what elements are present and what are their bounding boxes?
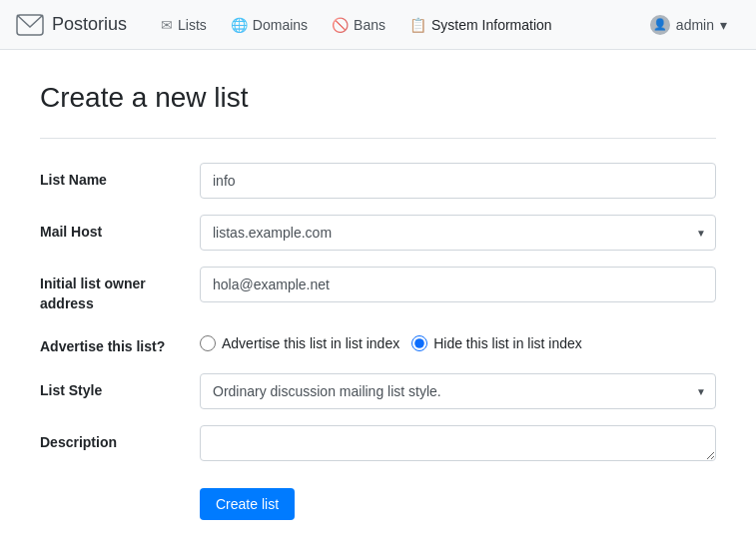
admin-avatar: 👤 (650, 15, 670, 35)
navbar-right: 👤 admin ▾ (637, 8, 740, 42)
create-list-button[interactable]: Create list (200, 488, 295, 520)
list-style-select[interactable]: Ordinary discussion mailing list style. (200, 373, 716, 409)
radio-advertise-input[interactable] (200, 335, 216, 351)
submit-spacer (40, 480, 200, 488)
brand-label: Postorius (52, 14, 127, 35)
brand-link[interactable]: Postorius (16, 14, 127, 36)
nav-items: ✉ Lists 🌐 Domains 🚫 Bans 📋 System Inform… (151, 11, 637, 39)
advertise-label: Advertise this list? (40, 329, 200, 357)
mail-host-label: Mail Host (40, 215, 200, 243)
submit-wrap: Create list (200, 480, 716, 520)
brand-icon (16, 14, 44, 36)
divider (40, 138, 716, 139)
nav-label-domains: Domains (253, 17, 308, 33)
main-content: Create a new list List Name Mail Host li… (0, 50, 756, 551)
radio-group: Advertise this list in list index Hide t… (200, 329, 716, 351)
mail-host-wrap: listas.example.com ▼ (200, 215, 716, 251)
description-label: Description (40, 425, 200, 453)
admin-label: admin (676, 17, 714, 33)
radio-hide-option[interactable]: Hide this list in list index (411, 335, 582, 351)
list-name-label: List Name (40, 163, 200, 191)
page-title: Create a new list (40, 82, 716, 114)
description-wrap (200, 425, 716, 464)
nav-link-system-information[interactable]: 📋 System Information (399, 11, 562, 39)
nav-label-system-information: System Information (431, 17, 552, 33)
nav-label-lists: Lists (178, 17, 207, 33)
admin-dropdown-icon: ▾ (720, 17, 727, 33)
list-style-wrap: Ordinary discussion mailing list style. … (200, 373, 716, 409)
nav-link-domains[interactable]: 🌐 Domains (221, 11, 318, 39)
create-list-form: List Name Mail Host listas.example.com ▼… (40, 163, 716, 520)
initial-owner-row: Initial list owner address (40, 267, 716, 313)
admin-menu-button[interactable]: 👤 admin ▾ (637, 8, 740, 42)
advertise-row: Advertise this list? Advertise this list… (40, 329, 716, 357)
lists-icon: ✉ (161, 17, 173, 33)
system-information-icon: 📋 (409, 17, 426, 33)
navbar: Postorius ✉ Lists 🌐 Domains 🚫 Bans 📋 Sys… (0, 0, 756, 50)
initial-owner-wrap (200, 267, 716, 302)
mail-host-row: Mail Host listas.example.com ▼ (40, 215, 716, 251)
mail-host-select-wrap: listas.example.com ▼ (200, 215, 716, 251)
list-name-input[interactable] (200, 163, 716, 199)
description-input[interactable] (200, 425, 716, 461)
radio-hide-label: Hide this list in list index (433, 335, 582, 351)
list-name-row: List Name (40, 163, 716, 199)
radio-hide-input[interactable] (411, 335, 427, 351)
list-style-label: List Style (40, 373, 200, 401)
nav-link-bans[interactable]: 🚫 Bans (322, 11, 395, 39)
list-style-row: List Style Ordinary discussion mailing l… (40, 373, 716, 409)
radio-advertise-label: Advertise this list in list index (222, 335, 399, 351)
domains-icon: 🌐 (231, 17, 248, 33)
initial-owner-label: Initial list owner address (40, 267, 200, 313)
initial-owner-input[interactable] (200, 267, 716, 302)
admin-avatar-icon: 👤 (653, 18, 667, 31)
nav-label-bans: Bans (354, 17, 385, 33)
list-name-wrap (200, 163, 716, 199)
radio-advertise-option[interactable]: Advertise this list in list index (200, 335, 399, 351)
submit-row: Create list (40, 480, 716, 520)
nav-link-lists[interactable]: ✉ Lists (151, 11, 217, 39)
description-row: Description (40, 425, 716, 464)
list-style-select-wrap: Ordinary discussion mailing list style. … (200, 373, 716, 409)
mail-host-select[interactable]: listas.example.com (200, 215, 716, 251)
advertise-wrap: Advertise this list in list index Hide t… (200, 329, 716, 351)
bans-icon: 🚫 (332, 17, 349, 33)
